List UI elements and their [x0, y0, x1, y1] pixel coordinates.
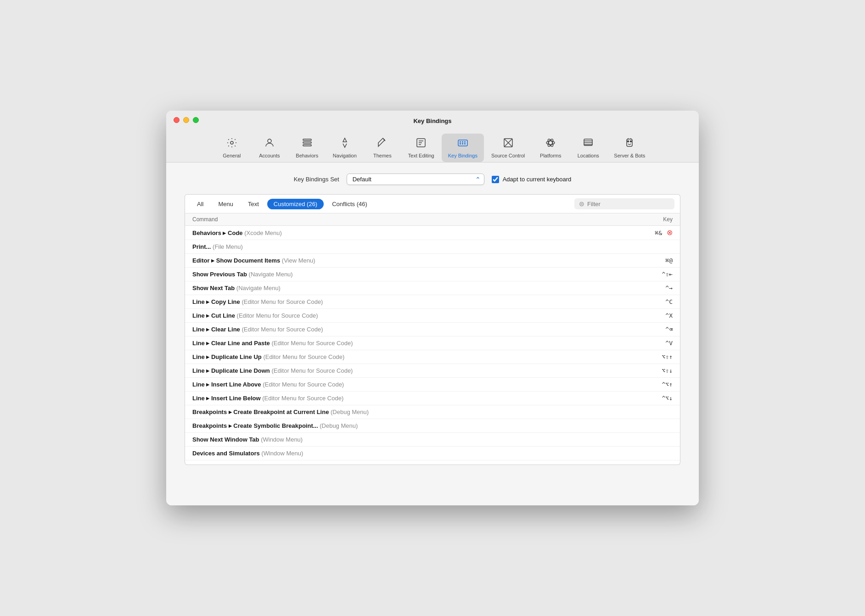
window-title: Key Bindings: [413, 118, 451, 124]
toolbar-item-platforms[interactable]: Platforms: [532, 134, 569, 162]
table-row[interactable]: Line ▸ Copy Line (Editor Menu for Source…: [185, 295, 680, 309]
row-key-area: ⌘@: [618, 257, 673, 264]
titlebar: Key Bindings General: [166, 111, 699, 162]
toolbar-item-locations[interactable]: Locations: [570, 134, 607, 162]
row-key: ⌘&: [655, 230, 662, 236]
tab-all[interactable]: All: [191, 199, 210, 209]
row-key-area: ^C: [618, 298, 673, 305]
behaviors-icon: [302, 137, 313, 151]
table-row[interactable]: Line ▸ Clear Line and Paste (Editor Menu…: [185, 336, 680, 350]
row-command: Line ▸ Insert Line Above (Editor Menu fo…: [192, 381, 618, 388]
row-key-area: ^⌫: [618, 326, 673, 333]
svg-rect-4: [303, 145, 311, 146]
row-command: Devices and Simulators (Window Menu): [192, 450, 618, 457]
toolbar-label-platforms: Platforms: [540, 153, 561, 158]
delete-binding-button[interactable]: ⊗: [667, 229, 673, 236]
row-command: Line ▸ Clear Line (Editor Menu for Sourc…: [192, 326, 618, 333]
svg-rect-9: [464, 141, 466, 143]
table-row[interactable]: Behaviors ▸ Code (Xcode Menu) ⌘& ⊗: [185, 226, 680, 240]
adapt-label: Adapt to current keyboard: [503, 176, 572, 183]
row-key-area: ^⌥↑: [618, 381, 673, 388]
toolbar-item-behaviors[interactable]: Behaviors: [289, 134, 326, 162]
row-command: Breakpoints ▸ Create Breakpoint at Curre…: [192, 409, 618, 415]
row-command: Breakpoints ▸ Create Symbolic Breakpoint…: [192, 422, 618, 429]
toolbar-item-navigation[interactable]: Navigation: [326, 134, 363, 162]
row-command: Show Previous Tab (Navigate Menu): [192, 271, 618, 278]
toolbar-item-themes[interactable]: Themes: [364, 134, 401, 162]
table-row[interactable]: Breakpoints ▸ Create Breakpoint at Curre…: [185, 405, 680, 419]
row-command: Show Next Window Tab (Window Menu): [192, 436, 618, 443]
toolbar-label-server-bots: Server & Bots: [614, 153, 645, 158]
toolbar-item-text-editing[interactable]: Text Editing: [402, 134, 441, 162]
maximize-button[interactable]: [193, 117, 199, 123]
filter-input[interactable]: [587, 201, 670, 207]
row-key: ^⌫: [665, 326, 673, 333]
minimize-button[interactable]: [183, 117, 189, 123]
tab-menu[interactable]: Menu: [212, 199, 240, 209]
row-command: Line ▸ Duplicate Line Down (Editor Menu …: [192, 367, 618, 374]
tab-text[interactable]: Text: [242, 199, 265, 209]
row-command: Show Next Tab (Navigate Menu): [192, 285, 618, 291]
toolbar-item-source-control[interactable]: Source Control: [485, 134, 531, 162]
table-row[interactable]: Print... (File Menu): [185, 240, 680, 254]
svg-rect-8: [462, 141, 463, 143]
table-row[interactable]: Line ▸ Clear Line (Editor Menu for Sourc…: [185, 323, 680, 336]
svg-rect-23: [627, 139, 632, 146]
table-row[interactable]: Line ▸ Duplicate Line Down (Editor Menu …: [185, 364, 680, 378]
table-row[interactable]: Breakpoints ▸ Create Symbolic Breakpoint…: [185, 419, 680, 433]
svg-rect-2: [303, 139, 311, 140]
table-body: Behaviors ▸ Code (Xcode Menu) ⌘& ⊗ Print…: [185, 226, 680, 465]
server-bots-icon: [624, 137, 635, 151]
table-row[interactable]: Select to Mark (Mark & Yank): [185, 460, 680, 465]
row-key-area: ^→: [618, 285, 673, 291]
tab-customized[interactable]: Customized (26): [267, 199, 324, 209]
header-command: Command: [192, 216, 218, 223]
row-key: ^⌥↓: [662, 395, 673, 402]
row-command: Line ▸ Cut Line (Editor Menu for Source …: [192, 312, 618, 319]
close-button[interactable]: [174, 117, 180, 123]
kbs-select-wrapper: Default ⌃: [347, 174, 484, 185]
row-key-area: ^V: [618, 340, 673, 347]
traffic-lights: [174, 117, 199, 123]
kbs-select[interactable]: Default: [347, 174, 484, 185]
toolbar-item-server-bots[interactable]: Server & Bots: [607, 134, 652, 162]
row-key: ^X: [665, 312, 673, 319]
row-key-area: ⌥⇧↓: [618, 367, 673, 374]
general-icon: [226, 137, 237, 151]
table-row[interactable]: Devices and Simulators (Window Menu): [185, 447, 680, 460]
tab-conflicts[interactable]: Conflicts (46): [326, 199, 374, 209]
row-key-area: ⌘& ⊗: [618, 229, 673, 236]
table-row[interactable]: Show Next Window Tab (Window Menu): [185, 433, 680, 447]
row-command: Select to Mark (Mark & Yank): [192, 464, 618, 465]
text-editing-icon: [416, 137, 427, 151]
kbs-label: Key Bindings Set: [294, 176, 339, 183]
main-window: Key Bindings General: [166, 111, 699, 505]
table-row[interactable]: Show Next Tab (Navigate Menu) ^→: [185, 281, 680, 295]
content-area: Key Bindings Set Default ⌃ Adapt to curr…: [166, 162, 699, 505]
toolbar-item-accounts[interactable]: Accounts: [251, 134, 288, 162]
kbs-row: Key Bindings Set Default ⌃ Adapt to curr…: [185, 174, 680, 185]
adapt-checkbox[interactable]: [492, 176, 499, 183]
row-key: ⌥⇧↑: [662, 353, 673, 360]
svg-rect-12: [464, 143, 466, 145]
table-row[interactable]: Line ▸ Cut Line (Editor Menu for Source …: [185, 309, 680, 323]
row-key-area: ^X: [618, 312, 673, 319]
table-row[interactable]: Editor ▸ Show Document Items (View Menu)…: [185, 254, 680, 268]
row-command: Line ▸ Duplicate Line Up (Editor Menu fo…: [192, 353, 618, 360]
key-bindings-icon: [457, 137, 468, 151]
table-row[interactable]: Show Previous Tab (Navigate Menu) ^⇧⇤: [185, 268, 680, 281]
toolbar-item-general[interactable]: General: [213, 134, 250, 162]
table-row[interactable]: Line ▸ Duplicate Line Up (Editor Menu fo…: [185, 350, 680, 364]
row-command: Line ▸ Copy Line (Editor Menu for Source…: [192, 298, 618, 305]
table-row[interactable]: Line ▸ Insert Line Below (Editor Menu fo…: [185, 392, 680, 405]
toolbar-item-key-bindings[interactable]: Key Bindings: [442, 134, 484, 162]
platforms-icon: [545, 137, 556, 151]
row-key: ^→: [665, 285, 673, 291]
toolbar-label-key-bindings: Key Bindings: [448, 153, 477, 158]
table-row[interactable]: Line ▸ Insert Line Above (Editor Menu fo…: [185, 378, 680, 392]
toolbar-label-text-editing: Text Editing: [408, 153, 434, 158]
source-control-icon: [503, 137, 514, 151]
svg-rect-3: [303, 142, 311, 143]
toolbar: General Accounts: [174, 130, 691, 162]
svg-point-0: [230, 141, 233, 144]
